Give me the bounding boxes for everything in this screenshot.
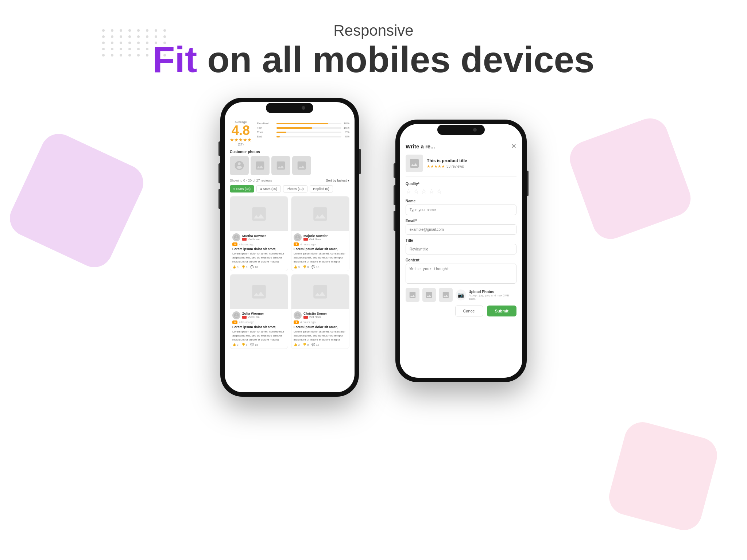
name-input[interactable] — [406, 205, 516, 215]
like-btn-2[interactable]: 👍 3 — [232, 343, 239, 346]
review-image-1 — [291, 197, 349, 231]
bar-label: Bad — [257, 135, 275, 138]
title-input[interactable] — [406, 244, 516, 254]
filter-tab[interactable]: Replied (0) — [310, 185, 333, 192]
bar-track — [276, 132, 341, 133]
reviewer-avatar-3 — [294, 311, 302, 319]
star-badge-0: ★ — [232, 242, 237, 246]
power-button-right — [527, 171, 529, 196]
bar-fill — [276, 123, 328, 124]
reviewer-avatar-2 — [232, 311, 240, 319]
dislike-btn-2[interactable]: 👎 8 — [241, 343, 248, 346]
reviewer-row-0: Martha Downer Viet Nam — [232, 233, 286, 241]
name-label: Name — [406, 199, 516, 203]
power-button-left — [359, 149, 361, 174]
write-review-title: Write a re... — [406, 143, 435, 149]
photo-thumb-3 — [271, 156, 290, 175]
star-3[interactable]: ☆ — [421, 187, 427, 195]
review-body-3: Christin Somer Viet Nam ★ 4 hours ago Lo… — [291, 309, 349, 349]
submit-button[interactable]: Submit — [487, 306, 516, 316]
page-header: Responsive Fit on all mobiles devices — [0, 0, 747, 90]
rating-summary: Average 4.8 ★★★★★ (27) Excellent 10% Fai… — [230, 120, 349, 146]
cancel-button[interactable]: Cancel — [455, 306, 483, 316]
like-btn-3[interactable]: 👍 3 — [294, 343, 300, 346]
star-4[interactable]: ☆ — [429, 187, 434, 195]
close-button[interactable]: ✕ — [511, 142, 516, 150]
reviewer-avatar-1 — [294, 233, 302, 241]
mute-button-left — [218, 141, 220, 156]
comment-btn-1[interactable]: 💬 18 — [311, 265, 319, 269]
showing-sort-row: Showing 0 - 20 of 27 reviews Sort by las… — [230, 179, 349, 182]
volume-up-right — [394, 185, 395, 205]
email-input[interactable] — [406, 224, 516, 235]
reviewer-info-3: Christin Somer Viet Nam — [303, 312, 327, 319]
dislike-btn-0[interactable]: 👎 8 — [241, 265, 248, 269]
flag-icon-0 — [242, 238, 247, 241]
photo-thumb-2 — [251, 156, 270, 175]
upload-hint: Accept .jpg, .png and max 2MB each. — [468, 294, 516, 300]
reviewer-country-0: Viet Nam — [242, 238, 266, 241]
mute-button-right — [394, 163, 395, 178]
showing-text: Showing 0 - 20 of 27 reviews — [230, 179, 272, 182]
review-title-0: Lorem ipsum dolor sit amet, — [232, 247, 286, 251]
review-text-2: Lorem ipsum dolor sit amet, consectetur … — [232, 330, 286, 342]
rating-time-row-3: ★ 4 hours ago — [294, 320, 347, 324]
uploaded-photo-1 — [406, 288, 419, 302]
quality-label: Quality* — [406, 182, 516, 186]
filter-tab[interactable]: 5 Stars (33) — [230, 185, 254, 192]
content-textarea[interactable] — [406, 264, 516, 284]
uploaded-photo-2 — [422, 288, 436, 302]
review-text-3: Lorem ipsum dolor sit amet, consectetur … — [294, 330, 347, 342]
rating-time-row-0: ★ 4 hours ago — [232, 242, 286, 246]
star-1[interactable]: ☆ — [406, 187, 411, 195]
time-text-1: 4 hours ago — [300, 243, 316, 246]
photo-thumb-4 — [292, 156, 311, 175]
dislike-btn-1[interactable]: 👎 8 — [303, 265, 309, 269]
review-card: Christin Somer Viet Nam ★ 4 hours ago Lo… — [291, 274, 349, 349]
time-text-2: 4 hours ago — [239, 320, 254, 324]
product-stars: ★★★★★ — [427, 164, 445, 169]
rating-bars: Excellent 10% Fair 10% Poor 2% Bad 0% — [257, 120, 349, 139]
time-text-0: 4 hours ago — [239, 243, 254, 246]
phones-container: Average 4.8 ★★★★★ (27) Excellent 10% Fai… — [0, 90, 747, 397]
review-body-1: Majorie Sowder Viet Nam ★ 4 hours ago Lo… — [291, 231, 349, 271]
average-count: (27) — [230, 143, 252, 146]
review-title-1: Lorem ipsum dolor sit amet, — [294, 247, 347, 251]
quality-star-rating[interactable]: ☆ ☆ ☆ ☆ ☆ — [406, 187, 516, 195]
flag-icon-1 — [303, 238, 308, 241]
star-badge-3: ★ — [294, 320, 299, 324]
header-fit-word: Fit — [152, 39, 197, 80]
upload-button-area[interactable]: 📷 Upload Photos Accept .jpg, .png and ma… — [456, 289, 516, 300]
review-body-0: Martha Downer Viet Nam ★ 4 hours ago Lor… — [230, 231, 288, 271]
bar-fill — [276, 136, 280, 137]
comment-btn-3[interactable]: 💬 18 — [311, 343, 319, 346]
dislike-btn-3[interactable]: 👎 8 — [303, 343, 309, 346]
comment-btn-2[interactable]: 💬 18 — [250, 343, 258, 346]
reviewer-name-1: Majorie Sowder — [303, 234, 328, 238]
reviewer-row-2: Zofia Woomer Viet Nam — [232, 311, 286, 319]
like-btn-1[interactable]: 👍 3 — [294, 265, 300, 269]
reviewer-avatar-0 — [232, 233, 240, 241]
rating-bar-row: Fair 10% — [257, 126, 349, 129]
camera-icon: 📷 — [456, 289, 467, 300]
like-btn-0[interactable]: 👍 3 — [232, 265, 239, 269]
review-text-0: Lorem ipsum dolor sit amet, consectetur … — [232, 252, 286, 264]
notch-camera-left — [302, 106, 305, 110]
star-2[interactable]: ☆ — [413, 187, 419, 195]
product-info: This is product title ★★★★★ 33 reviews — [427, 158, 467, 169]
review-body-2: Zofia Woomer Viet Nam ★ 4 hours ago Lore… — [230, 309, 288, 349]
review-text-1: Lorem ipsum dolor sit amet, consectetur … — [294, 252, 347, 264]
notch-camera-right — [473, 128, 477, 132]
review-grid: Martha Downer Viet Nam ★ 4 hours ago Lor… — [230, 196, 349, 349]
email-label: Email* — [406, 219, 516, 223]
product-row: This is product title ★★★★★ 33 reviews — [406, 155, 516, 177]
customer-photos-title: Customer photos — [230, 150, 349, 154]
comment-btn-0[interactable]: 💬 18 — [250, 265, 258, 269]
left-screen: Average 4.8 ★★★★★ (27) Excellent 10% Fai… — [225, 102, 355, 392]
filter-tab[interactable]: Photos (10) — [283, 185, 307, 192]
star-5[interactable]: ☆ — [436, 187, 442, 195]
bar-percent: 10% — [343, 126, 349, 129]
filter-tab[interactable]: 4 Stars (20) — [256, 185, 281, 192]
customer-photo-strip — [230, 156, 349, 175]
sort-button[interactable]: Sort by lastest ▾ — [326, 179, 349, 182]
